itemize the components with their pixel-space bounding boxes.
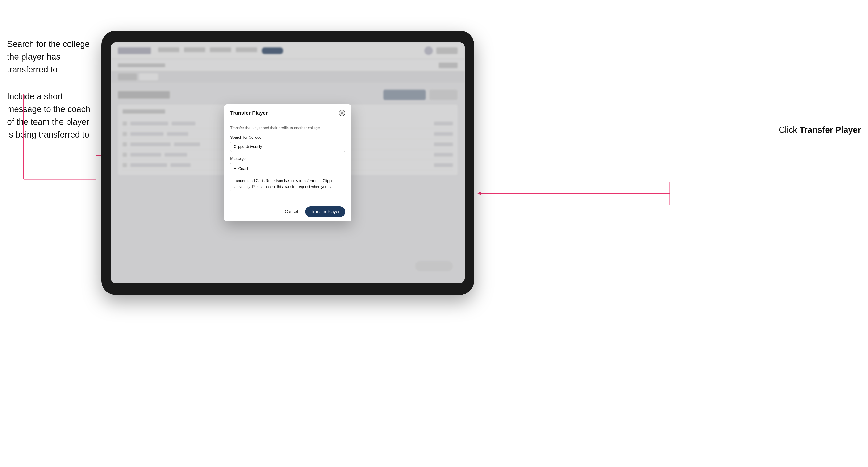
college-field-group: Search for College (230, 135, 345, 152)
dialog-header: Transfer Player × (224, 104, 351, 121)
transfer-player-dialog: Transfer Player × Transfer the player an… (224, 104, 351, 221)
annotation-search-note: Search for the college the player has tr… (7, 38, 97, 76)
tablet-screen: Transfer Player × Transfer the player an… (111, 42, 465, 283)
annotation-message-note: Include a short message to the coach of … (7, 90, 97, 141)
message-label: Message (230, 157, 345, 161)
dialog-close-button[interactable]: × (339, 110, 345, 116)
right-annotation: Click Transfer Player (779, 125, 861, 135)
annotation-transfer-player-label: Transfer Player (800, 125, 861, 135)
dialog-body: Transfer the player and their profile to… (224, 121, 351, 202)
annotation-click-prefix: Click (779, 125, 800, 135)
svg-marker-5 (477, 191, 481, 195)
college-search-input[interactable] (230, 142, 345, 152)
college-label: Search for College (230, 135, 345, 139)
message-field-group: Message (230, 157, 345, 192)
dialog-title: Transfer Player (230, 110, 268, 116)
dialog-overlay: Transfer Player × Transfer the player an… (111, 42, 465, 283)
cancel-button[interactable]: Cancel (281, 207, 302, 217)
left-annotations: Search for the college the player has tr… (7, 38, 97, 155)
dialog-subtitle: Transfer the player and their profile to… (230, 126, 345, 130)
transfer-player-button[interactable]: Transfer Player (305, 206, 345, 217)
tablet-frame: Transfer Player × Transfer the player an… (101, 31, 474, 295)
message-textarea[interactable] (230, 163, 345, 191)
dialog-footer: Cancel Transfer Player (224, 202, 351, 221)
